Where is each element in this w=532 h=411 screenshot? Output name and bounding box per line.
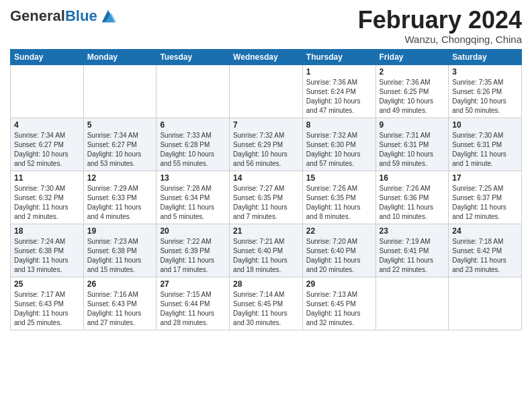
calendar-cell: 25Sunrise: 7:17 AM Sunset: 6:43 PM Dayli… — [11, 277, 84, 330]
calendar-cell: 12Sunrise: 7:29 AM Sunset: 6:33 PM Dayli… — [83, 171, 157, 224]
calendar-week-3: 11Sunrise: 7:30 AM Sunset: 6:32 PM Dayli… — [11, 171, 522, 224]
day-detail: Sunrise: 7:30 AM Sunset: 6:31 PM Dayligh… — [452, 131, 518, 169]
day-detail: Sunrise: 7:16 AM Sunset: 6:43 PM Dayligh… — [87, 290, 153, 328]
calendar-cell: 11Sunrise: 7:30 AM Sunset: 6:32 PM Dayli… — [11, 171, 84, 224]
logo-blue-text: Blue — [65, 7, 97, 24]
calendar-cell — [375, 277, 449, 330]
weekday-header-wednesday: Wednesday — [230, 49, 303, 64]
day-number: 1 — [306, 67, 372, 77]
day-number: 29 — [306, 279, 372, 289]
weekday-header-monday: Monday — [83, 49, 157, 64]
day-number: 2 — [380, 67, 445, 77]
day-detail: Sunrise: 7:14 AM Sunset: 6:45 PM Dayligh… — [233, 290, 299, 328]
weekday-header-tuesday: Tuesday — [157, 49, 230, 64]
day-detail: Sunrise: 7:15 AM Sunset: 6:44 PM Dayligh… — [160, 290, 226, 328]
day-number: 16 — [380, 173, 445, 183]
header: GeneralBlue February 2024 Wanzu, Chongqi… — [10, 7, 522, 45]
day-number: 28 — [233, 279, 299, 289]
day-number: 10 — [452, 120, 518, 130]
day-number: 14 — [233, 173, 299, 183]
weekday-header-saturday: Saturday — [449, 49, 522, 64]
calendar-cell: 22Sunrise: 7:20 AM Sunset: 6:40 PM Dayli… — [302, 224, 375, 277]
calendar-cell: 6Sunrise: 7:33 AM Sunset: 6:28 PM Daylig… — [157, 118, 230, 171]
day-number: 22 — [306, 226, 372, 236]
day-detail: Sunrise: 7:26 AM Sunset: 6:35 PM Dayligh… — [306, 184, 372, 222]
day-detail: Sunrise: 7:32 AM Sunset: 6:30 PM Dayligh… — [306, 131, 372, 169]
day-detail: Sunrise: 7:33 AM Sunset: 6:28 PM Dayligh… — [160, 131, 226, 169]
calendar-cell: 17Sunrise: 7:25 AM Sunset: 6:37 PM Dayli… — [449, 171, 522, 224]
day-detail: Sunrise: 7:28 AM Sunset: 6:34 PM Dayligh… — [160, 184, 226, 222]
day-detail: Sunrise: 7:27 AM Sunset: 6:35 PM Dayligh… — [233, 184, 299, 222]
calendar-week-1: 1Sunrise: 7:36 AM Sunset: 6:24 PM Daylig… — [11, 64, 522, 118]
location: Wanzu, Chongqing, China — [358, 34, 522, 45]
calendar-week-4: 18Sunrise: 7:24 AM Sunset: 6:38 PM Dayli… — [11, 224, 522, 277]
day-number: 27 — [160, 279, 226, 289]
weekday-header-friday: Friday — [375, 49, 449, 64]
calendar-body: 1Sunrise: 7:36 AM Sunset: 6:24 PM Daylig… — [11, 64, 522, 330]
calendar-cell: 15Sunrise: 7:26 AM Sunset: 6:35 PM Dayli… — [302, 171, 375, 224]
weekday-header-thursday: Thursday — [302, 49, 375, 64]
calendar-cell — [157, 64, 230, 118]
calendar-table: SundayMondayTuesdayWednesdayThursdayFrid… — [10, 49, 522, 330]
day-detail: Sunrise: 7:19 AM Sunset: 6:41 PM Dayligh… — [380, 237, 445, 275]
calendar-cell: 20Sunrise: 7:22 AM Sunset: 6:39 PM Dayli… — [157, 224, 230, 277]
calendar-cell: 8Sunrise: 7:32 AM Sunset: 6:30 PM Daylig… — [302, 118, 375, 171]
title-block: February 2024 Wanzu, Chongqing, China — [358, 7, 522, 45]
day-detail: Sunrise: 7:18 AM Sunset: 6:42 PM Dayligh… — [452, 237, 518, 275]
day-detail: Sunrise: 7:34 AM Sunset: 6:27 PM Dayligh… — [87, 131, 153, 169]
calendar-cell — [230, 64, 303, 118]
day-detail: Sunrise: 7:29 AM Sunset: 6:33 PM Dayligh… — [87, 184, 153, 222]
page: GeneralBlue February 2024 Wanzu, Chongqi… — [0, 0, 532, 411]
calendar-cell: 29Sunrise: 7:13 AM Sunset: 6:45 PM Dayli… — [302, 277, 375, 330]
day-detail: Sunrise: 7:24 AM Sunset: 6:38 PM Dayligh… — [14, 237, 80, 275]
calendar-cell — [449, 277, 522, 330]
day-detail: Sunrise: 7:35 AM Sunset: 6:26 PM Dayligh… — [452, 78, 518, 116]
calendar-header: SundayMondayTuesdayWednesdayThursdayFrid… — [11, 49, 522, 64]
day-number: 25 — [14, 279, 80, 289]
day-number: 20 — [160, 226, 226, 236]
calendar-cell: 3Sunrise: 7:35 AM Sunset: 6:26 PM Daylig… — [449, 64, 522, 118]
logo-icon — [99, 7, 118, 26]
calendar-cell: 9Sunrise: 7:31 AM Sunset: 6:31 PM Daylig… — [375, 118, 449, 171]
day-detail: Sunrise: 7:21 AM Sunset: 6:40 PM Dayligh… — [233, 237, 299, 275]
day-number: 26 — [87, 279, 153, 289]
day-detail: Sunrise: 7:36 AM Sunset: 6:24 PM Dayligh… — [306, 78, 372, 116]
day-number: 11 — [14, 173, 80, 183]
day-detail: Sunrise: 7:17 AM Sunset: 6:43 PM Dayligh… — [14, 290, 80, 328]
logo: GeneralBlue — [10, 7, 118, 26]
weekday-header-sunday: Sunday — [11, 49, 84, 64]
day-number: 13 — [160, 173, 226, 183]
day-number: 8 — [306, 120, 372, 130]
calendar-cell: 27Sunrise: 7:15 AM Sunset: 6:44 PM Dayli… — [157, 277, 230, 330]
calendar-cell: 7Sunrise: 7:32 AM Sunset: 6:29 PM Daylig… — [230, 118, 303, 171]
day-detail: Sunrise: 7:36 AM Sunset: 6:25 PM Dayligh… — [380, 78, 445, 116]
calendar-cell: 28Sunrise: 7:14 AM Sunset: 6:45 PM Dayli… — [230, 277, 303, 330]
calendar-cell — [83, 64, 157, 118]
day-number: 18 — [14, 226, 80, 236]
calendar-cell — [11, 64, 84, 118]
day-number: 9 — [380, 120, 445, 130]
calendar-cell: 21Sunrise: 7:21 AM Sunset: 6:40 PM Dayli… — [230, 224, 303, 277]
month-title: February 2024 — [358, 7, 522, 34]
calendar-cell: 24Sunrise: 7:18 AM Sunset: 6:42 PM Dayli… — [449, 224, 522, 277]
day-detail: Sunrise: 7:23 AM Sunset: 6:38 PM Dayligh… — [87, 237, 153, 275]
calendar-cell: 18Sunrise: 7:24 AM Sunset: 6:38 PM Dayli… — [11, 224, 84, 277]
day-detail: Sunrise: 7:30 AM Sunset: 6:32 PM Dayligh… — [14, 184, 80, 222]
day-detail: Sunrise: 7:31 AM Sunset: 6:31 PM Dayligh… — [380, 131, 445, 169]
day-number: 21 — [233, 226, 299, 236]
day-detail: Sunrise: 7:32 AM Sunset: 6:29 PM Dayligh… — [233, 131, 299, 169]
day-number: 6 — [160, 120, 226, 130]
day-number: 15 — [306, 173, 372, 183]
day-number: 7 — [233, 120, 299, 130]
day-number: 17 — [452, 173, 518, 183]
calendar-week-5: 25Sunrise: 7:17 AM Sunset: 6:43 PM Dayli… — [11, 277, 522, 330]
day-number: 23 — [380, 226, 445, 236]
day-detail: Sunrise: 7:34 AM Sunset: 6:27 PM Dayligh… — [14, 131, 80, 169]
calendar-cell: 10Sunrise: 7:30 AM Sunset: 6:31 PM Dayli… — [449, 118, 522, 171]
weekday-row: SundayMondayTuesdayWednesdayThursdayFrid… — [11, 49, 522, 64]
day-detail: Sunrise: 7:25 AM Sunset: 6:37 PM Dayligh… — [452, 184, 518, 222]
day-number: 3 — [452, 67, 518, 77]
day-number: 19 — [87, 226, 153, 236]
day-number: 24 — [452, 226, 518, 236]
calendar-cell: 13Sunrise: 7:28 AM Sunset: 6:34 PM Dayli… — [157, 171, 230, 224]
